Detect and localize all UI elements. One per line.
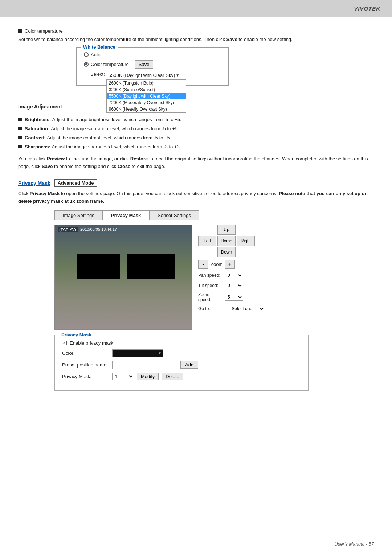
dropdown-selected-item[interactable]: 5500K (Daylight with Clear Sky) ▼ [106,71,181,79]
ptz-home-button[interactable]: Home [217,236,236,246]
pm-preset-input[interactable] [112,361,177,369]
ptz-zoom-row: - Zoom + [198,260,265,269]
color-temp-desc: Set the white balance according the colo… [18,36,374,44]
pm-preset-label: Preset position name: [62,362,109,368]
dropdown-list: 2600K (Tungsten Bulb) 3200K (Sunrise/Sun… [106,79,186,113]
brightness-text: Brightness: Adjust the image brightness … [25,117,181,122]
page-number: User's Manual - 57 [334,541,374,547]
tab-sensor-settings[interactable]: Sensor Settings [149,210,199,220]
saturation-text: Saturation: Adjust the image saturation … [25,126,179,131]
privacy-mask-desc: Click Privacy Mask to open the settings … [18,190,374,205]
ptz-zoom-in-button[interactable]: + [225,260,235,269]
brightness-bullet: Brightness: Adjust the image brightness … [18,117,374,122]
ptz-empty-tl [198,225,216,235]
color-temp-label: Color temperature [25,28,63,34]
saturation-bullet: Saturation: Adjust the image saturation … [18,126,374,131]
ptz-up-button[interactable]: Up [217,225,236,235]
page-footer: User's Manual - 57 [334,541,374,547]
pm-color-dropdown-icon: ▼ [158,351,162,355]
privacy-mask-heading-row: Privacy Mask Advanced Mode [18,179,374,187]
ptz-direction-grid: Up Left Home Right Down [198,225,265,257]
wb-select-row: Select: 5500K (Daylight with Clear Sky) … [90,71,221,79]
color-temp-bullet: Color temperature [18,28,374,34]
image-adjustment-section: Image Adjustment Brightness: Adjust the … [18,97,374,171]
pm-color-row: Color: ▼ [62,349,301,357]
pm-add-button[interactable]: Add [180,361,198,369]
ptz-empty-bl [198,247,216,257]
dropdown-item-9600[interactable]: 9600K (Heavily Overcast Sky) [107,106,186,112]
bullet-icon [18,118,22,121]
pan-speed-row: Pan speed: 0 [198,272,265,279]
pm-modify-button[interactable]: Modify [137,373,159,380]
image-adjustment-heading: Image Adjustment [18,104,62,110]
dropdown-item-7200[interactable]: 7200K (Moderately Overcast Sky) [107,99,186,106]
tab-bar: Image Settings Privacy Mask Sensor Setti… [54,210,374,220]
contrast-bullet: Contrast: Adjust the image contrast leve… [18,135,374,140]
image-adj-footer-text: You can click Preview to fine-tune the i… [18,155,374,171]
goto-select[interactable]: -- Select one -- [225,305,265,312]
pm-mask-select[interactable]: 1 [112,373,134,380]
sharpness-bullet: Sharpness: Adjust the image sharpness le… [18,144,374,149]
colortemp-radio[interactable] [84,62,89,67]
contrast-text: Contrast: Adjust the image contrast leve… [25,135,171,140]
page-content: Color temperature Set the white balance … [0,17,392,405]
goto-row: Go to: -- Select one -- [198,305,265,312]
ptz-left-button[interactable]: Left [198,236,216,246]
ptz-empty-br [237,247,255,257]
tab-image-settings[interactable]: Image Settings [54,210,103,220]
dropdown-chevron-icon: ▼ [176,73,179,77]
pm-enable-label: Enable privacy mask [70,340,113,346]
auto-radio[interactable] [84,52,89,57]
pm-color-dropdown[interactable]: ▼ [112,349,163,357]
pm-color-label: Color: [62,350,109,356]
privacy-mask-panel: Privacy Mask Enable privacy mask Color: … [54,335,309,391]
wb-save-button[interactable]: Save [135,60,154,69]
pm-mask-label: Privacy Mask: [62,374,109,379]
wb-colortemp-label: Color temperature [91,62,129,67]
bullet-icon [18,145,22,148]
tab-privacy-mask[interactable]: Privacy Mask [103,210,149,220]
pan-speed-select[interactable]: 0 [225,272,243,279]
goto-label: Go to: [198,306,224,311]
vivotek-logo: VIVOTEK [354,5,380,12]
ptz-empty-tr [237,225,255,235]
bullet-icon [18,127,22,130]
camera-timestamp: 2010/05/05 13:44:17 [80,227,117,231]
sharpness-text: Sharpness: Adjust the image sharpness le… [25,144,181,149]
pm-mask-row: Privacy Mask: 1 Modify Delete [62,373,301,380]
camera-tcp-label: (TCP-AV) [58,227,78,232]
ptz-zoom-label: Zoom [211,262,222,267]
pm-legend: Privacy Mask [59,332,93,337]
zoom-speed-select[interactable]: 5 [225,294,243,301]
header: VIVOTEK [0,0,392,17]
pm-preset-row: Preset position name: Add [62,361,301,369]
dropdown-item-5500[interactable]: 5500K (Daylight with Clear Sky) [107,93,186,99]
privacy-mask-rect-1 [77,254,120,279]
camera-view: (TCP-AV) 2010/05/05 13:44:17 [54,225,192,330]
select-label: Select: [90,71,105,77]
zoom-speed-label: Zoom speed: [198,292,224,302]
ptz-zoom-out-button[interactable]: - [198,260,208,269]
tilt-speed-label: Tilt speed: [198,283,224,288]
zoom-speed-row: Zoom speed: 5 [198,292,265,302]
tilt-speed-row: Tilt speed: 0 [198,282,265,289]
wb-auto-row: Auto [84,52,221,57]
pm-enable-checkbox[interactable] [62,341,67,345]
camera-ptz-section: (TCP-AV) 2010/05/05 13:44:17 Up Left Hom… [54,225,374,330]
bullet-icon [18,136,22,139]
ptz-down-button[interactable]: Down [217,247,236,257]
white-balance-box: White Balance Auto Color temperature Sav… [76,47,229,86]
wb-colortemp-row: Color temperature Save [84,60,221,69]
bullet-icon [18,29,22,33]
pm-delete-button[interactable]: Delete [162,373,183,380]
pm-enable-row: Enable privacy mask [62,340,301,346]
dropdown-item-2600[interactable]: 2600K (Tungsten Bulb) [107,80,186,86]
ptz-right-button[interactable]: Right [237,236,255,246]
color-temp-dropdown[interactable]: 5500K (Daylight with Clear Sky) ▼ 2600K … [106,71,181,79]
privacy-mask-rect-2 [127,254,175,279]
tilt-speed-select[interactable]: 0 [225,282,243,289]
dropdown-item-3200[interactable]: 3200K (Sunrise/Sunset) [107,86,186,93]
ptz-controls: Up Left Home Right Down - Zoom + Pan spe… [198,225,265,330]
privacy-mask-link[interactable]: Privacy Mask [18,180,50,186]
pan-speed-label: Pan speed: [198,273,224,278]
